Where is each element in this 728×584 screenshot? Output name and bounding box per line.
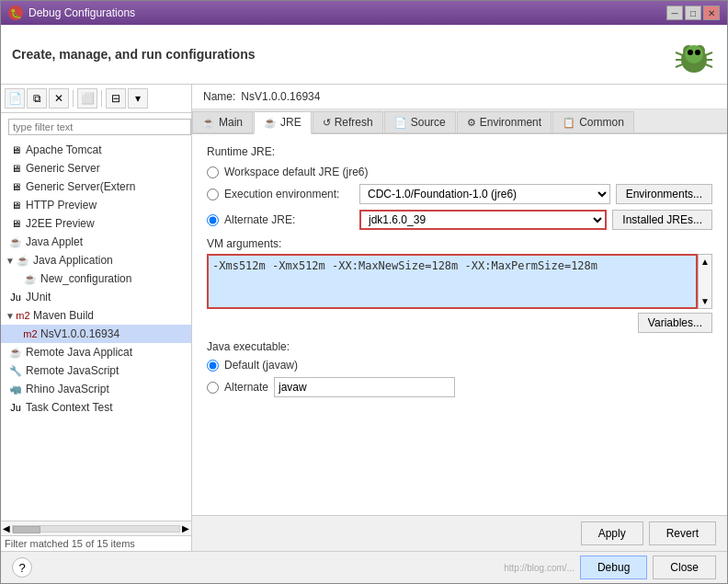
sidebar-item-java-application[interactable]: ▼ ☕ Java Application <box>1 251 191 269</box>
tree-container: 🖥 Apache Tomcat 🖥 Generic Server 🖥 Gener… <box>1 141 191 521</box>
close-button[interactable]: Close <box>653 555 716 579</box>
alternate-jre-row: Alternate JRE: jdk1.6.0_39 Installed JRE… <box>207 210 712 230</box>
sidebar-label: New_configuration <box>40 272 131 285</box>
tab-common-label: Common <box>579 116 624 129</box>
sidebar-item-java-applet[interactable]: ☕ Java Applet <box>1 233 191 251</box>
sidebar-item-rhino-js[interactable]: 🦏 Rhino JavaScript <box>1 380 191 398</box>
junit-icon: Ju <box>8 290 23 304</box>
rhino-icon: 🦏 <box>8 382 23 396</box>
maven-sub-icon: m2 <box>23 326 38 341</box>
sidebar-label: Rhino JavaScript <box>26 383 109 395</box>
execution-env-radio[interactable] <box>207 189 219 200</box>
scroll-right-button[interactable]: ▶ <box>182 523 189 533</box>
check-icon: ☕ <box>8 235 23 249</box>
installed-jres-button[interactable]: Installed JREs... <box>612 210 712 230</box>
server-icon: 🖥 <box>8 161 23 176</box>
alternate-jre-radio[interactable] <box>207 214 219 226</box>
header-section: Create, manage, and run configurations <box>1 25 727 85</box>
sidebar-item-maven-build[interactable]: ▼ m2 Maven Build <box>1 306 191 325</box>
execution-env-label: Execution environment: <box>224 188 339 200</box>
tab-jre[interactable]: ☕ JRE <box>254 111 312 134</box>
sidebar-toolbar: 📄 ⧉ ✕ ⬜ ⊟ ▾ <box>1 85 191 113</box>
java-exec-section: Java executable: Default (javaw) Alterna… <box>207 340 712 397</box>
sidebar-item-new-configuration[interactable]: ☕ New_configuration <box>1 269 191 288</box>
scroll-left-button[interactable]: ◀ <box>3 523 10 533</box>
collapse-button[interactable]: ⊟ <box>106 88 126 109</box>
maven-icon: m2 <box>16 308 30 323</box>
workspace-jre-radio[interactable] <box>207 166 219 178</box>
filter-container <box>1 113 191 141</box>
minimize-button[interactable]: ─ <box>666 6 683 20</box>
scroll-track <box>699 269 711 294</box>
alternate-jre-combo[interactable]: jdk1.6.0_39 <box>359 210 607 230</box>
tab-main[interactable]: ☕ Main <box>192 111 253 132</box>
title-bar: 🐛 Debug Configurations ─ □ ✕ <box>1 1 727 25</box>
default-exec-label: Default (javaw) <box>224 359 298 372</box>
vm-args-label: VM arguments: <box>207 237 712 250</box>
sidebar-item-http-preview[interactable]: 🖥 HTTP Preview <box>1 196 191 214</box>
scroll-thumb[interactable] <box>13 526 40 533</box>
right-panel: Name: NsV1.0.0.16934 ☕ Main ☕ JRE ↺ Refr… <box>192 85 727 551</box>
vm-args-textarea[interactable]: -Xms512m -Xmx512m -XX:MaxNewSize=128m -X… <box>207 254 698 309</box>
duplicate-button[interactable]: ⧉ <box>27 88 47 109</box>
alternate-exec-radio[interactable] <box>207 382 219 394</box>
vm-args-scrollbar: ▲ ▼ <box>698 254 712 309</box>
variables-button[interactable]: Variables... <box>638 313 712 333</box>
sidebar-item-generic-server-extern[interactable]: 🖥 Generic Server(Extern <box>1 177 191 196</box>
expand-icon[interactable]: ▼ <box>5 310 16 321</box>
tab-common[interactable]: 📋 Common <box>552 111 634 132</box>
help-button[interactable]: ? <box>12 557 32 578</box>
environments-button[interactable]: Environments... <box>616 184 712 204</box>
window-controls: ─ □ ✕ <box>666 6 720 20</box>
sidebar-item-remote-java[interactable]: ☕ Remote Java Applicat <box>1 343 191 361</box>
maximize-button[interactable]: □ <box>685 6 701 20</box>
sidebar-item-junit[interactable]: Ju JUnit <box>1 288 191 306</box>
sidebar-item-j2ee-preview[interactable]: 🖥 J2EE Preview <box>1 214 191 233</box>
variables-row: Variables... <box>207 313 712 333</box>
horizontal-scrollbar[interactable]: ◀ ▶ <box>1 521 191 535</box>
scroll-up-button[interactable]: ▲ <box>699 255 711 269</box>
filter-input[interactable] <box>8 119 191 135</box>
tab-refresh[interactable]: ↺ Refresh <box>313 111 383 132</box>
footer-url: http://blog.com/... <box>504 563 574 573</box>
sidebar-label: Java Application <box>33 254 113 267</box>
title-bar-left: 🐛 Debug Configurations <box>8 6 135 20</box>
scroll-down-button[interactable]: ▼ <box>699 294 711 308</box>
remote-js-icon: 🔧 <box>8 363 23 378</box>
menu-button[interactable]: ▾ <box>128 88 148 109</box>
server-icon: 🖥 <box>8 143 23 157</box>
expand-icon[interactable]: ▼ <box>5 255 16 266</box>
debug-button[interactable]: Debug <box>580 555 647 579</box>
sidebar-label: Maven Build <box>33 309 94 322</box>
sidebar-item-task-context[interactable]: Ju Task Context Test <box>1 398 191 417</box>
execution-env-combo[interactable]: CDC-1.0/Foundation-1.0 (jre6) <box>359 184 610 204</box>
sidebar-footer: Filter matched 15 of 15 items <box>1 535 191 551</box>
java-app-icon: ☕ <box>16 253 30 268</box>
tab-source[interactable]: 📄 Source <box>384 111 456 132</box>
tabs-bar: ☕ Main ☕ JRE ↺ Refresh 📄 Source ⚙ Env <box>192 109 727 134</box>
name-value: NsV1.0.0.16934 <box>241 90 320 103</box>
sidebar: 📄 ⧉ ✕ ⬜ ⊟ ▾ 🖥 Apache Tomcat <box>1 85 192 551</box>
close-window-button[interactable]: ✕ <box>703 6 720 20</box>
env-tab-icon: ⚙ <box>467 117 476 129</box>
apply-button[interactable]: Apply <box>581 521 643 545</box>
sidebar-item-generic-server[interactable]: 🖥 Generic Server <box>1 159 191 177</box>
revert-button[interactable]: Revert <box>649 521 716 545</box>
tab-environment[interactable]: ⚙ Environment <box>457 111 552 132</box>
sidebar-label: Remote Java Applicat <box>26 346 132 359</box>
default-exec-radio[interactable] <box>207 360 219 372</box>
window-icon: 🐛 <box>8 6 23 20</box>
alternate-exec-input[interactable] <box>274 377 455 397</box>
sidebar-label: NsV1.0.0.16934 <box>40 327 119 340</box>
sidebar-item-ns-config[interactable]: m2 NsV1.0.0.16934 <box>1 325 191 343</box>
window-title: Debug Configurations <box>28 6 135 19</box>
filter-button[interactable]: ⬜ <box>77 88 97 109</box>
task-icon: Ju <box>8 400 23 415</box>
delete-button[interactable]: ✕ <box>49 88 69 109</box>
new-config-button[interactable]: 📄 <box>5 88 25 109</box>
common-tab-icon: 📋 <box>563 117 575 129</box>
name-label: Name: <box>203 90 235 103</box>
scroll-track <box>12 525 180 532</box>
sidebar-item-apache-tomcat[interactable]: 🖥 Apache Tomcat <box>1 141 191 159</box>
sidebar-item-remote-js[interactable]: 🔧 Remote JavaScript <box>1 361 191 380</box>
